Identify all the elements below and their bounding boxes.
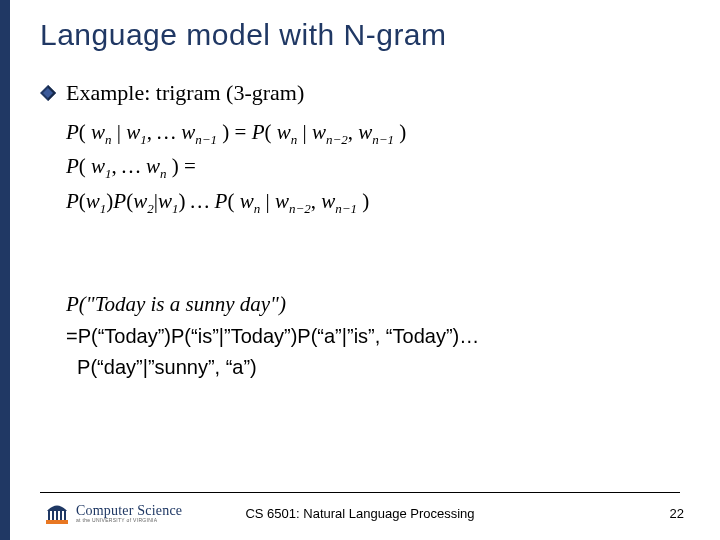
bullet-item: Example: trigram (3-gram) [40,80,680,106]
eq1-lhs: P( wn | w1, … wn−1 ) [66,120,229,144]
equation-2-expansion: P(w1)P(w2|w1) … P( wn | wn−2, wn−1 ) [66,185,680,219]
bullet-item-hidden: P("Today is a sunny day") =P(“Today”)P(“… [40,288,680,383]
example-expansion-line2: P(“day”|”sunny”, “a”) [66,352,479,383]
example-expansion-line1: =P(“Today”)P(“is”|”Today”)P(“a”|”is”, “T… [66,321,479,352]
equation-2-lhs: P( w1, … wn ) = [66,150,680,184]
page-number: 22 [670,506,684,521]
slide-footer: Computer Science at the UNIVERSITY of VI… [0,492,720,540]
footer-divider [40,492,680,493]
footer-course: CS 6501: Natural Language Processing [0,506,720,521]
diamond-bullet-icon [40,85,56,101]
worked-example: P("Today is a sunny day") =P(“Today”)P(“… [40,288,680,393]
example-sentence: P("Today is a sunny day") [66,288,479,321]
eq1-rhs: = P( wn | wn−2, wn−1 ) [235,120,407,144]
slide-body: Example: trigram (3-gram) P( wn | w1, … … [40,80,680,219]
slide-title: Language model with N-gram [40,18,447,52]
example-label: Example: trigram (3-gram) [66,80,304,106]
equation-1: P( wn | w1, … wn−1 ) = P( wn | wn−2, wn−… [66,116,680,150]
slide-accent-bar [0,0,10,540]
